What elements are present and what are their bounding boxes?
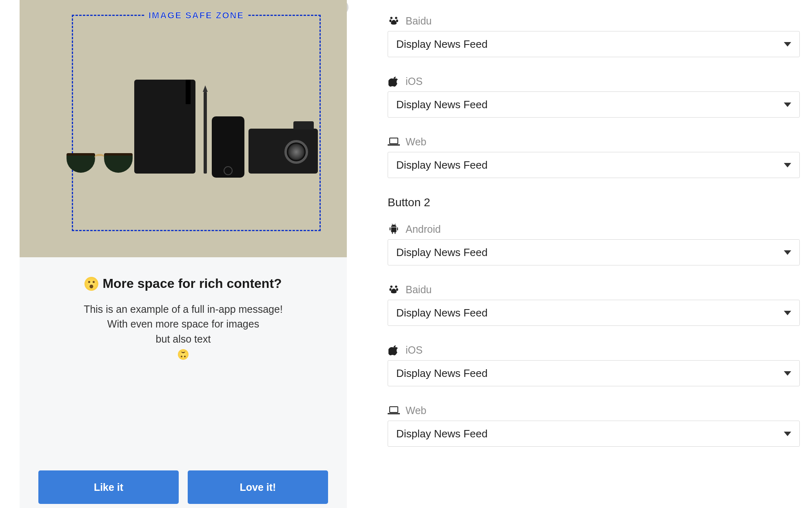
laptop-icon — [388, 136, 400, 148]
platform-row-baidu-2: Baidu Display News Feed — [388, 283, 804, 326]
platform-label: iOS — [406, 76, 423, 87]
preview-body: This is an example of a full in-app mess… — [40, 302, 326, 361]
svg-point-12 — [396, 288, 398, 291]
like-it-button[interactable]: Like it — [38, 470, 179, 504]
chevron-down-icon — [784, 102, 791, 107]
web-action-select-2[interactable]: Display News Feed — [388, 421, 800, 447]
platform-label: Web — [406, 405, 426, 417]
svg-point-3 — [396, 20, 398, 22]
platform-label: Baidu — [406, 15, 432, 27]
select-value: Display News Feed — [396, 159, 488, 172]
body-line-1: This is an example of a full in-app mess… — [40, 302, 326, 316]
select-value: Display News Feed — [396, 38, 488, 51]
android-action-select-2[interactable]: Display News Feed — [388, 239, 800, 265]
apple-icon — [388, 75, 400, 87]
preview-image-area: IMAGE SAFE ZONE — [20, 0, 347, 257]
svg-rect-6 — [397, 227, 398, 231]
svg-point-1 — [395, 17, 397, 19]
select-value: Display News Feed — [396, 246, 488, 259]
platform-label: iOS — [406, 344, 423, 356]
platform-row-web-2: Web Display News Feed — [388, 404, 804, 447]
body-line-2: With even more space for images — [40, 316, 326, 331]
chevron-down-icon — [784, 311, 791, 315]
preview-illustration — [61, 80, 306, 186]
preview-headline: More space for rich content? — [40, 276, 326, 291]
headline-text: More space for rich content? — [102, 276, 282, 291]
platform-row-ios: iOS Display News Feed — [388, 75, 804, 118]
apple-icon — [388, 344, 400, 356]
settings-panel: Baidu Display News Feed iOS Display News… — [347, 0, 812, 508]
chevron-down-icon — [784, 432, 791, 436]
platform-label: Web — [406, 136, 426, 148]
love-it-button[interactable]: Love it! — [188, 470, 328, 504]
svg-point-9 — [390, 285, 393, 288]
platform-label: Android — [406, 223, 441, 235]
select-value: Display News Feed — [396, 367, 488, 380]
chevron-down-icon — [784, 250, 791, 255]
laptop-icon — [388, 404, 400, 417]
button-2-heading: Button 2 — [388, 196, 804, 209]
svg-rect-5 — [390, 227, 390, 231]
ios-action-select[interactable]: Display News Feed — [388, 91, 800, 118]
platform-row-web: Web Display News Feed — [388, 136, 804, 178]
preview-content: More space for rich content? This is an … — [20, 257, 347, 365]
surprised-emoji-icon — [84, 277, 98, 291]
upside-down-emoji-icon — [178, 349, 189, 360]
body-line-3: but also text — [40, 332, 326, 346]
baidu-icon — [388, 15, 400, 27]
select-value: Display News Feed — [396, 307, 488, 319]
select-value: Display News Feed — [396, 98, 488, 111]
preview-panel: IMAGE SAFE ZONE More space for rich cont… — [0, 0, 347, 508]
svg-point-10 — [395, 285, 397, 288]
chevron-down-icon — [784, 163, 791, 167]
safe-zone-label: IMAGE SAFE ZONE — [144, 10, 248, 21]
svg-point-11 — [389, 288, 391, 291]
web-action-select[interactable]: Display News Feed — [388, 152, 800, 178]
platform-row-android: Android Display News Feed — [388, 223, 804, 265]
svg-rect-4 — [390, 138, 398, 144]
svg-point-0 — [390, 17, 393, 19]
baidu-icon — [388, 283, 400, 296]
chevron-down-icon — [784, 42, 791, 47]
chevron-down-icon — [784, 371, 791, 376]
ios-action-select-2[interactable]: Display News Feed — [388, 360, 800, 386]
inapp-preview-card: IMAGE SAFE ZONE More space for rich cont… — [20, 0, 347, 508]
platform-label: Baidu — [406, 284, 432, 296]
platform-row-ios-2: iOS Display News Feed — [388, 344, 804, 386]
android-icon — [388, 223, 400, 235]
platform-row-baidu: Baidu Display News Feed — [388, 15, 804, 57]
svg-rect-13 — [390, 407, 398, 412]
baidu-action-select[interactable]: Display News Feed — [388, 31, 800, 57]
baidu-action-select-2[interactable]: Display News Feed — [388, 300, 800, 326]
svg-point-2 — [389, 20, 391, 22]
preview-buttons: Like it Love it! — [20, 470, 347, 508]
svg-line-7 — [392, 224, 393, 225]
svg-line-8 — [395, 224, 396, 225]
select-value: Display News Feed — [396, 428, 488, 440]
